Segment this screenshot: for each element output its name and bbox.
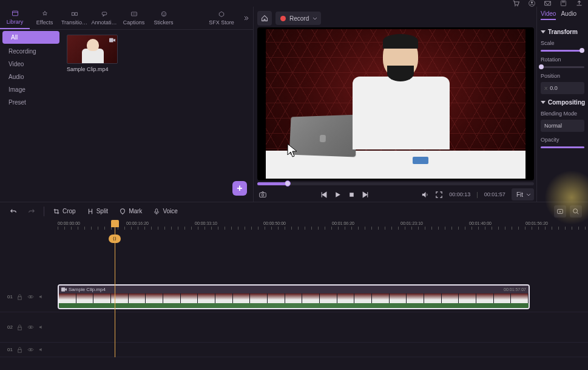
ribbon-label: Transitio… <box>61 19 87 26</box>
voice-button[interactable]: Voice <box>149 205 181 218</box>
save-icon[interactable] <box>559 0 567 8</box>
current-time: 00:00:13 <box>449 191 470 197</box>
sidebar-item-audio[interactable]: Audio <box>0 70 62 83</box>
svg-point-16 <box>262 194 264 196</box>
svg-rect-7 <box>72 13 74 16</box>
media-thumbnail <box>67 35 118 64</box>
prev-frame-button[interactable] <box>320 191 328 199</box>
crop-button[interactable]: Crop <box>49 205 79 218</box>
stop-button[interactable] <box>348 191 356 199</box>
render-preview-button[interactable] <box>554 205 566 218</box>
zoom-fit-button[interactable] <box>570 205 582 218</box>
record-label: Record <box>289 15 309 22</box>
section-transform[interactable]: Transform <box>541 29 584 35</box>
ribbon-sfx-store[interactable]: SFX Store <box>201 7 242 29</box>
progress-thumb[interactable] <box>285 180 291 187</box>
ruler-label: 00:00:33:10 <box>195 221 217 225</box>
audio-track-1[interactable]: 01 <box>0 343 588 357</box>
ribbon-overflow-icon[interactable] <box>243 15 249 21</box>
preview-progress-bar[interactable] <box>257 182 534 185</box>
ribbon-label: Library <box>7 19 24 25</box>
track-number: 02 <box>7 324 13 330</box>
triangle-down-icon <box>541 101 546 104</box>
inbox-icon[interactable] <box>543 0 552 8</box>
track-gap <box>0 230 588 282</box>
sidebar-item-preset[interactable]: Preset <box>0 96 62 109</box>
mark-button[interactable]: Mark <box>115 205 146 218</box>
ribbon-library[interactable]: Library <box>0 7 30 29</box>
video-track-1[interactable]: 01 Sample Clip.mp4 00:01:57:07 <box>0 282 588 312</box>
redo-button[interactable] <box>24 205 39 218</box>
svg-rect-5 <box>562 1 565 2</box>
cart-icon[interactable] <box>512 0 520 8</box>
ribbon-transitions[interactable]: Transitio… <box>59 7 89 29</box>
svg-rect-26 <box>18 349 22 352</box>
rotation-slider[interactable] <box>541 66 584 68</box>
split-button[interactable]: Split <box>83 205 112 218</box>
record-dot-icon <box>280 16 286 21</box>
ribbon-label: Annotati… <box>91 19 117 26</box>
svg-point-1 <box>517 5 518 7</box>
media-clip-item[interactable]: Sample Clip.mp4 <box>67 35 118 72</box>
svg-rect-8 <box>75 13 77 16</box>
ruler-label: 00:01:40:00 <box>469 221 492 225</box>
ribbon-effects[interactable]: Effects <box>30 7 59 29</box>
sidebar-item-video[interactable]: Video <box>0 58 62 70</box>
tab-audio[interactable]: Audio <box>561 10 576 20</box>
sidebar-item-image[interactable]: Image <box>0 83 62 96</box>
next-frame-button[interactable] <box>362 191 370 199</box>
total-time: 00:01:57 <box>484 191 505 197</box>
mute-icon[interactable] <box>38 293 46 301</box>
section-compositing[interactable]: Compositing <box>541 99 584 106</box>
snapshot-button[interactable] <box>257 189 268 200</box>
export-icon[interactable] <box>575 0 583 8</box>
timeline-clip[interactable]: Sample Clip.mp4 00:01:57:07 <box>58 284 530 309</box>
play-button[interactable] <box>334 191 342 199</box>
lock-icon[interactable] <box>16 293 24 301</box>
timeline-ruler[interactable]: 00:00:00:00 00:00:16:20 00:00:33:10 00:0… <box>0 220 588 230</box>
ribbon-annotations[interactable]: Annotati… <box>89 7 119 29</box>
mute-icon[interactable] <box>38 324 46 331</box>
opacity-slider[interactable] <box>541 146 584 148</box>
scale-label: Scale <box>541 40 584 46</box>
svg-point-20 <box>573 208 578 213</box>
lock-icon[interactable] <box>16 324 24 331</box>
preview-viewport[interactable] <box>257 27 534 180</box>
eye-icon[interactable] <box>27 346 35 354</box>
tab-video[interactable]: Video <box>541 10 556 20</box>
sidebar-item-recording[interactable]: Recording <box>0 45 62 58</box>
ruler-label: 00:00:50:00 <box>263 221 286 225</box>
add-media-button[interactable]: + <box>232 181 247 196</box>
opacity-label: Opacity <box>541 137 584 143</box>
clip-thumbnails <box>59 293 529 303</box>
eye-icon[interactable] <box>27 324 35 331</box>
triangle-down-icon <box>541 30 546 33</box>
fullscreen-button[interactable] <box>435 191 443 199</box>
blend-mode-select[interactable]: Normal <box>541 120 584 132</box>
ruler-label: 00:01:06:20 <box>332 221 354 225</box>
audio-track-2[interactable]: 02 <box>0 312 588 343</box>
blend-mode-label: Blending Mode <box>541 111 584 117</box>
ribbon-stickers[interactable]: Stickers <box>149 7 178 29</box>
record-button[interactable]: Record <box>275 12 321 25</box>
home-button[interactable] <box>257 11 272 26</box>
scale-slider[interactable] <box>541 50 584 52</box>
ruler-label: 00:01:23:10 <box>400 221 423 225</box>
fit-dropdown[interactable]: Fit <box>512 188 534 200</box>
position-x-input[interactable]: X0.0 <box>541 82 584 94</box>
ribbon-label: Stickers <box>154 19 173 26</box>
mute-icon[interactable] <box>38 346 46 354</box>
undo-button[interactable] <box>6 205 21 218</box>
sidebar-item-all[interactable]: All <box>2 31 59 44</box>
user-icon[interactable] <box>527 0 536 8</box>
ribbon-captions[interactable]: Captions <box>119 7 149 29</box>
svg-point-12 <box>162 13 163 14</box>
lock-icon[interactable] <box>16 346 24 354</box>
volume-button[interactable] <box>421 191 429 199</box>
video-frame <box>266 29 525 179</box>
clip-duration: 00:01:57:07 <box>504 287 526 292</box>
position-label: Position <box>541 73 584 79</box>
video-badge-icon <box>109 37 115 42</box>
svg-point-27 <box>30 349 32 351</box>
eye-icon[interactable] <box>27 293 35 301</box>
